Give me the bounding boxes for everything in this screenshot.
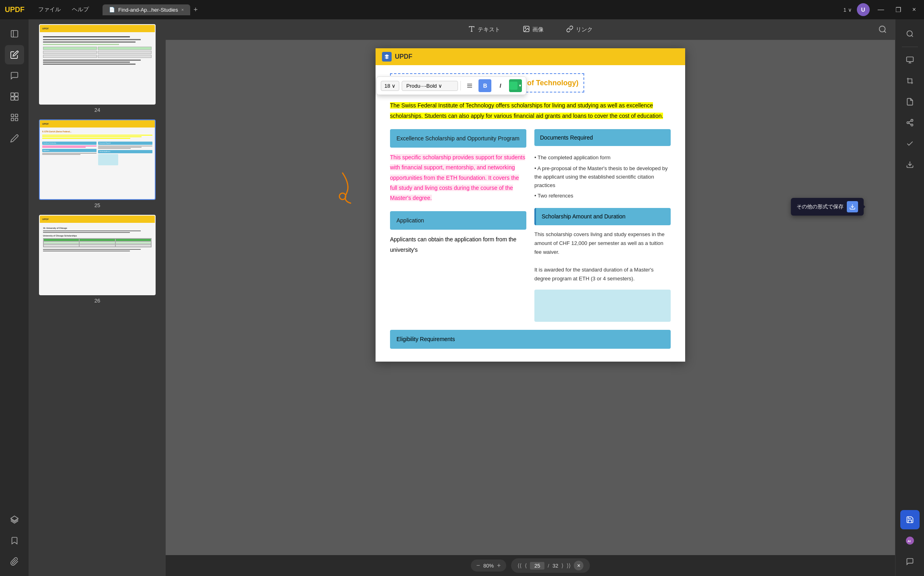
skip-first-btn[interactable]: ⟨⟨: [517, 562, 522, 569]
right-sidebar-download[interactable]: [900, 155, 920, 174]
sidebar-icon-bookmark[interactable]: [5, 531, 24, 550]
zoom-value: 80%: [483, 563, 494, 569]
thumb-img-24[interactable]: UPDF: [39, 24, 156, 105]
right-sidebar-ai[interactable]: AI: [900, 531, 920, 550]
sidebar-icon-organize[interactable]: [5, 108, 24, 127]
thumb-item-25[interactable]: UPDF 9. ETH Zurich (Swiss Federal... Exc…: [32, 119, 162, 208]
right-sidebar-search[interactable]: [900, 24, 920, 43]
toolbar-link-btn[interactable]: リンク: [561, 23, 598, 37]
app-logo: UPDF: [5, 6, 25, 14]
sidebar-icon-layers[interactable]: [5, 510, 24, 529]
tab-title: Find-and-Ap...her-Studies: [118, 7, 178, 13]
right-sidebar-share[interactable]: [900, 113, 920, 132]
svg-point-11: [879, 26, 885, 32]
page-input[interactable]: [530, 562, 544, 570]
svg-rect-9: [15, 118, 17, 121]
font-size-select[interactable]: 18 ∨: [381, 81, 399, 91]
svg-rect-4: [10, 97, 14, 100]
menu-help[interactable]: ヘルプ: [68, 4, 93, 15]
save-tooltip-text: その他の形式で保存: [797, 203, 844, 210]
scholarship-text-2: It is awarded for the standard duration …: [534, 265, 671, 283]
right-column: Documents Required The completed applica…: [534, 129, 671, 322]
format-divider: [460, 81, 461, 91]
color-dropdown-arrow: ▼: [518, 84, 522, 88]
pink-paragraph: This specific scholarship provides suppo…: [390, 152, 526, 203]
svg-rect-3: [14, 93, 18, 96]
font-family-select[interactable]: Produ···-Bold ∨: [402, 81, 458, 91]
thumb-img-25[interactable]: UPDF 9. ETH Zurich (Swiss Federal... Exc…: [39, 119, 156, 200]
save-tooltip-icon[interactable]: [847, 201, 858, 212]
skip-last-btn[interactable]: ⟩⟩: [567, 562, 571, 569]
prev-page-btn[interactable]: ⟨: [525, 562, 527, 569]
right-sidebar-chat[interactable]: [900, 552, 920, 571]
svg-rect-2: [10, 93, 14, 96]
search-icon[interactable]: [878, 27, 887, 35]
zoom-control: − 80% +: [471, 560, 507, 572]
link-icon: [566, 25, 573, 34]
right-sidebar-file[interactable]: [900, 92, 920, 111]
top-toolbar: テキスト 画像 リンク: [166, 19, 895, 40]
scholarship-amount-text: Scholarship Amount and Duration: [542, 213, 626, 220]
sidebar-icon-sign[interactable]: [5, 129, 24, 148]
toolbar-image-btn[interactable]: 画像: [518, 23, 548, 37]
sidebar-icon-thumbnail[interactable]: [5, 87, 24, 106]
close-btn[interactable]: ×: [909, 4, 919, 15]
align-btn[interactable]: [463, 79, 476, 92]
svg-rect-22: [906, 57, 913, 62]
sidebar-icon-comment[interactable]: [5, 66, 24, 85]
menu-file[interactable]: ファイル: [34, 4, 65, 15]
image-icon: [523, 25, 530, 34]
doc-list-item-3: Two references: [534, 191, 671, 202]
bold-btn[interactable]: B: [478, 79, 491, 92]
bottom-bar: − 80% + ⟨⟨ ⟨ / 32 ⟩ ⟩⟩ ×: [166, 555, 895, 576]
doc-list-item-2: A pre-proposal of the Master's thesis to…: [534, 163, 671, 191]
document-list: The completed application form A pre-pro…: [534, 151, 671, 203]
updf-logo-icon: [382, 52, 392, 62]
svg-point-25: [911, 119, 913, 121]
doc-area: テキスト 画像 リンク 18 ∨ Produ···-Bold: [166, 19, 895, 576]
two-column-layout: Excellence Scholarship and Opportunity P…: [390, 129, 671, 322]
right-sidebar-ocr[interactable]: [900, 50, 920, 70]
zoom-out-btn[interactable]: −: [476, 562, 480, 569]
save-tooltip: その他の形式で保存: [791, 198, 864, 216]
toolbar-text-btn[interactable]: テキスト: [463, 23, 505, 37]
maximize-btn[interactable]: ❐: [892, 4, 904, 15]
minimize-btn[interactable]: —: [875, 4, 887, 15]
right-sidebar-check[interactable]: [900, 134, 920, 153]
thumb-img-26[interactable]: UPDF 10. University of Chicago Universit…: [39, 215, 156, 295]
active-tab[interactable]: 📄 Find-and-Ap...her-Studies ×: [103, 4, 190, 15]
zoom-in-btn[interactable]: +: [497, 562, 501, 569]
tab-bar: 📄 Find-and-Ap...her-Studies × +: [103, 4, 840, 15]
svg-point-26: [907, 122, 909, 124]
application-text-content: Applicants can obtain the application fo…: [390, 236, 516, 253]
titlebar-right: 1 ∨ U — ❐ ×: [843, 3, 919, 16]
italic-btn[interactable]: I: [494, 79, 507, 92]
sidebar-icon-edit[interactable]: [5, 45, 24, 64]
user-avatar[interactable]: U: [857, 3, 870, 16]
font-size-arrow: ∨: [392, 83, 396, 89]
svg-line-29: [909, 121, 911, 122]
toolbar-image-label: 画像: [532, 26, 544, 33]
total-pages: 32: [552, 563, 558, 569]
pink-text-content: This specific scholarship provides suppo…: [390, 154, 525, 201]
right-sidebar-save-format[interactable]: [900, 510, 920, 529]
sidebar-icon-pages[interactable]: [5, 24, 24, 43]
right-sidebar-crop[interactable]: [900, 71, 920, 91]
sidebar-icon-attachment[interactable]: [5, 552, 24, 571]
thumb-item-26[interactable]: UPDF 10. University of Chicago Universit…: [32, 215, 162, 304]
svg-line-28: [909, 123, 911, 124]
new-tab-btn[interactable]: +: [193, 6, 198, 14]
next-page-btn[interactable]: ⟩: [561, 562, 563, 569]
svg-rect-0: [11, 31, 18, 37]
eligibility-section: Eligibility Requirements: [390, 330, 671, 348]
page-num-control[interactable]: 1 ∨: [843, 7, 852, 13]
tab-doc-icon: 📄: [109, 7, 115, 12]
page-num-value: 1: [843, 7, 846, 13]
thumb-item-24[interactable]: UPDF: [32, 24, 162, 113]
pdf-page: UPDF 9. ETH Zurich (Swiss Federal Instit…: [376, 48, 685, 362]
close-nav-btn[interactable]: ×: [574, 561, 583, 570]
color-dropdown-btn[interactable]: ▼: [509, 79, 522, 92]
svg-point-15: [525, 27, 526, 28]
tab-close-btn[interactable]: ×: [181, 7, 184, 12]
page-nav-control: ⟨⟨ ⟨ / 32 ⟩ ⟩⟩ ×: [511, 558, 590, 573]
